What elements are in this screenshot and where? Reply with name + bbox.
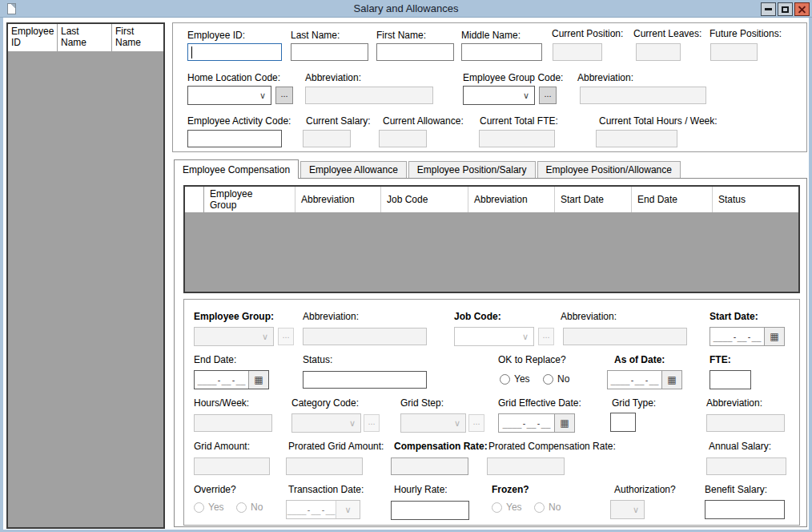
employee-group-label: Employee Group: bbox=[194, 311, 274, 322]
ok-to-replace-no-radio[interactable]: No bbox=[543, 373, 569, 385]
grid-effective-date-calendar-button[interactable]: ▦ bbox=[554, 414, 574, 432]
radio-label: Yes bbox=[208, 502, 224, 513]
grid-effective-date-field[interactable]: ____-__-__ ▦ bbox=[498, 413, 575, 433]
current-salary-field bbox=[303, 130, 351, 147]
transaction-date-dropdown-button: ∨ bbox=[336, 501, 360, 518]
tab-employee-position-salary[interactable]: Employee Position/Salary bbox=[408, 161, 536, 178]
ok-to-replace-yes-radio[interactable]: Yes bbox=[500, 373, 530, 385]
prorated-grid-amount-field bbox=[286, 457, 363, 475]
employee-id-label: Employee ID: bbox=[187, 30, 245, 41]
employee-group-abbreviation-field bbox=[303, 328, 427, 345]
job-code-abbreviation-field bbox=[563, 328, 687, 345]
date-mask: ____-__-__ bbox=[710, 328, 764, 345]
frozen-label: Frozen? bbox=[492, 484, 529, 495]
employee-group-code-browse-button[interactable]: ... bbox=[539, 87, 557, 104]
middle-name-label: Middle Name: bbox=[461, 30, 521, 41]
compensation-rate-field bbox=[391, 457, 468, 475]
end-date-calendar-button[interactable]: ▦ bbox=[248, 371, 268, 389]
first-name-input[interactable] bbox=[376, 43, 454, 61]
status-input[interactable] bbox=[303, 371, 427, 389]
current-total-fte-field bbox=[479, 130, 555, 147]
radio-label: Yes bbox=[506, 502, 522, 513]
grid-col-abbreviation-1: Abbreviation bbox=[295, 187, 381, 212]
grid-amount-field bbox=[194, 457, 270, 475]
radio-icon bbox=[543, 374, 553, 385]
date-mask: ____-__-__ bbox=[287, 501, 336, 518]
grid-col-job-code: Job Code bbox=[381, 187, 468, 212]
employee-list-col-first-name: First Name bbox=[112, 24, 163, 51]
home-location-code-dropdown[interactable]: ∨ bbox=[187, 86, 271, 105]
end-date-label: End Date: bbox=[194, 354, 236, 365]
hours-week-label: Hours/Week: bbox=[194, 397, 249, 409]
chevron-down-icon: ∨ bbox=[349, 419, 356, 428]
prorated-compensation-rate-label: Prorated Compensation Rate: bbox=[488, 441, 616, 452]
current-leaves-field bbox=[636, 43, 681, 61]
employee-activity-code-input[interactable] bbox=[187, 130, 282, 147]
future-positions-field bbox=[710, 43, 758, 61]
radio-label: Yes bbox=[514, 373, 530, 385]
employee-header-form: Employee ID: Last Name: First Name: Midd… bbox=[172, 22, 807, 152]
ok-to-replace-label: OK to Replace? bbox=[498, 354, 566, 365]
start-date-field[interactable]: ____-__-__ ▦ bbox=[709, 327, 785, 346]
abbreviation-label: Abbreviation: bbox=[561, 311, 617, 322]
chevron-down-icon: ∨ bbox=[344, 506, 351, 514]
grid-col-abbreviation-2: Abbreviation bbox=[468, 187, 555, 212]
minimize-button[interactable] bbox=[761, 2, 776, 16]
employee-group-code-dropdown[interactable]: ∨ bbox=[463, 86, 535, 105]
fte-label: FTE: bbox=[709, 354, 731, 365]
tab-employee-position-allowance[interactable]: Employee Position/Allowance bbox=[537, 161, 681, 178]
authorization-dropdown: ∨ bbox=[610, 500, 645, 519]
employee-group-code-label: Employee Group Code: bbox=[463, 72, 563, 83]
titlebar: Salary and Allowances bbox=[0, 0, 812, 18]
window-title: Salary and Allowances bbox=[0, 2, 812, 14]
date-mask: ____-__-__ bbox=[608, 371, 661, 389]
employee-list-col-label: First Name bbox=[115, 26, 151, 49]
hourly-rate-label: Hourly Rate: bbox=[394, 484, 448, 495]
chevron-down-icon: ∨ bbox=[259, 91, 266, 100]
tab-employee-compensation[interactable]: Employee Compensation bbox=[174, 159, 299, 179]
compensation-rate-label: Compensation Rate: bbox=[394, 441, 488, 452]
grid-col-start-date: Start Date bbox=[555, 187, 632, 212]
category-code-browse-button: ... bbox=[364, 414, 380, 432]
fte-input[interactable] bbox=[709, 370, 751, 389]
employee-group-abbreviation-field bbox=[580, 87, 706, 104]
grid-col-row-selector bbox=[185, 187, 204, 212]
employee-id-input[interactable] bbox=[187, 43, 282, 61]
grid-type-input[interactable] bbox=[610, 413, 636, 432]
salary-and-allowances-window: Salary and Allowances Employee ID Last N… bbox=[0, 0, 812, 532]
grid-step-dropdown: ∨ bbox=[400, 413, 466, 433]
last-name-input[interactable] bbox=[291, 43, 368, 61]
employee-list-col-label: Employee ID bbox=[11, 26, 54, 49]
middle-name-input[interactable] bbox=[461, 43, 542, 61]
radio-icon bbox=[534, 502, 545, 513]
employee-group-dropdown: ∨ bbox=[194, 327, 274, 346]
start-date-calendar-button[interactable]: ▦ bbox=[764, 328, 784, 345]
employee-compensation-tab-panel: Employee Group Abbreviation Job Code Abb… bbox=[174, 178, 807, 527]
home-location-code-label: Home Location Code: bbox=[187, 72, 280, 83]
transaction-date-label: Transaction Date: bbox=[288, 484, 364, 495]
end-date-field[interactable]: ____-__-__ ▦ bbox=[194, 370, 269, 389]
abbreviation-label: Abbreviation: bbox=[305, 72, 361, 83]
calendar-icon: ▦ bbox=[667, 375, 676, 385]
abbreviation-label: Abbreviation: bbox=[577, 72, 633, 83]
abbreviation-label: Abbreviation: bbox=[706, 397, 762, 409]
as-of-date-calendar-button[interactable]: ▦ bbox=[661, 371, 681, 389]
maximize-button[interactable] bbox=[778, 2, 793, 16]
as-of-date-label: As of Date: bbox=[614, 354, 665, 365]
radio-label: No bbox=[251, 502, 263, 513]
tab-employee-allowance[interactable]: Employee Allowance bbox=[300, 161, 407, 178]
grid-step-label: Grid Step: bbox=[400, 397, 444, 409]
override-no-radio: No bbox=[236, 502, 263, 513]
radio-label: No bbox=[557, 373, 569, 385]
authorization-label: Authorization? bbox=[614, 484, 676, 495]
as-of-date-field[interactable]: ____-__-__ ▦ bbox=[607, 370, 682, 389]
current-position-label: Current Position: bbox=[552, 28, 623, 39]
hourly-rate-input[interactable] bbox=[391, 501, 469, 520]
benefit-salary-input[interactable] bbox=[705, 500, 785, 519]
close-button[interactable] bbox=[794, 2, 810, 16]
home-location-code-browse-button[interactable]: ... bbox=[275, 87, 293, 104]
window-frame-right bbox=[809, 18, 812, 532]
current-total-hours-field bbox=[596, 130, 677, 147]
grid-col-end-date: End Date bbox=[632, 187, 713, 212]
compensation-grid-body bbox=[185, 212, 798, 292]
